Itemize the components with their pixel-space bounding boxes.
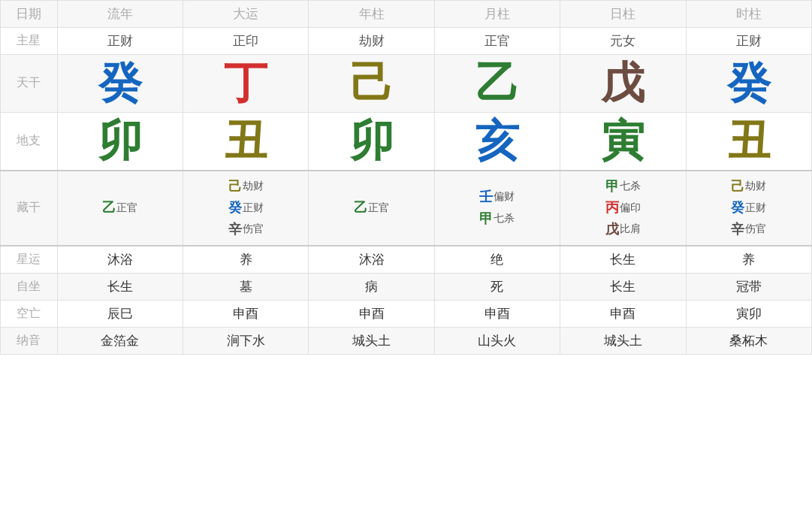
nayin-nianzhu: 城头土 [309,327,434,354]
cg-label: 正官 [368,200,389,216]
kongwang-liuyear: 辰巳 [57,300,183,327]
cg-label: 偏财 [494,189,515,205]
cg-char: 辛 [731,219,744,240]
kongwang-rizhu: 申酉 [560,300,686,327]
cg-label: 伤官 [745,221,766,237]
canggan-label: 藏干 [1,171,58,246]
canggan-rizhu: 甲 七杀 丙 偏印 戊 比肩 [560,171,686,246]
cg-char: 壬 [479,186,493,208]
cg-label: 劫财 [745,178,766,195]
canggan-row: 藏干 乙 正官 己 劫财 癸 正财 辛 伤官 乙 [1,171,812,246]
header-nianzhu: 年柱 [309,1,434,28]
header-rizhu: 日柱 [560,1,686,28]
kongwang-yuezhu: 申酉 [434,300,560,327]
tiangan-liuyear: 癸 [57,55,183,113]
header-label: 日期 [1,1,58,28]
zhuxing-yuezhu: 正官 [434,28,560,55]
zhuxing-liuyear: 正财 [57,28,183,55]
cg-char: 癸 [228,197,242,219]
dizhi-dayun: 丑 [183,112,308,170]
zizuo-shizhu: 冠带 [686,273,811,300]
kongwang-dayun: 申酉 [183,300,308,327]
cg-char: 戊 [605,219,619,240]
zhuxing-rizhu: 元女 [560,28,686,55]
nayin-liuyear: 金箔金 [57,327,183,354]
xingyun-liuyear: 沐浴 [57,246,183,274]
zizuo-dayun: 墓 [183,273,308,300]
cg-char: 甲 [605,176,619,198]
cg-char: 乙 [354,197,367,219]
cg-char: 己 [228,176,242,198]
tiangan-nianzhu: 己 [309,55,434,113]
zhuxing-row: 主星 正财 正印 劫财 正官 元女 正财 [1,28,812,55]
dizhi-rizhu: 寅 [560,112,686,170]
kongwang-shizhu: 寅卯 [686,300,811,327]
tiangan-yuezhu: 乙 [434,55,560,113]
dizhi-row: 地支 卯 丑 卯 亥 寅 丑 [1,112,812,170]
header-shizhu: 时柱 [686,1,811,28]
cg-label: 正官 [116,200,137,216]
cg-label: 劫财 [243,178,264,195]
header-yuezhu: 月柱 [434,1,560,28]
nayin-row: 纳音 金箔金 涧下水 城头土 山头火 城头土 桑柘木 [1,327,812,354]
zhuxing-shizhu: 正财 [686,28,811,55]
tiangan-dayun: 丁 [183,55,308,113]
header-dayun: 大运 [183,1,308,28]
dizhi-yuezhu: 亥 [434,112,560,170]
xingyun-shizhu: 养 [686,246,811,274]
cg-char: 丙 [605,197,619,219]
tiangan-rizhu: 戊 [560,55,686,113]
canggan-liuyear: 乙 正官 [57,171,183,246]
nayin-yuezhu: 山头火 [434,327,560,354]
cg-char: 甲 [479,208,493,230]
xingyun-row: 星运 沐浴 养 沐浴 绝 长生 养 [1,246,812,274]
dizhi-nianzhu: 卯 [309,112,434,170]
dizhi-label: 地支 [1,112,58,170]
dizhi-shizhu: 丑 [686,112,811,170]
cg-label: 七杀 [494,210,515,227]
dizhi-liuyear: 卯 [57,112,183,170]
cg-label: 伤官 [243,221,264,237]
cg-label: 偏印 [620,200,641,216]
zizuo-rizhu: 长生 [560,273,686,300]
cg-label: 七杀 [620,178,641,195]
tiangan-row: 天干 癸 丁 己 乙 戊 癸 [1,55,812,113]
zhuxing-nianzhu: 劫财 [309,28,434,55]
xingyun-yuezhu: 绝 [434,246,560,274]
cg-char: 癸 [731,197,744,219]
nayin-shizhu: 桑柘木 [686,327,811,354]
xingyun-dayun: 养 [183,246,308,274]
canggan-yuezhu: 壬 偏财 甲 七杀 [434,171,560,246]
kongwang-label: 空亡 [1,300,58,327]
cg-label: 正财 [745,200,766,216]
xingyun-label: 星运 [1,246,58,274]
cg-label: 比肩 [620,221,641,237]
cg-label: 正财 [243,200,264,216]
cg-char: 己 [731,176,744,198]
cg-char: 乙 [102,197,116,219]
zizuo-nianzhu: 病 [309,273,434,300]
zhuxing-dayun: 正印 [183,28,308,55]
zizuo-label: 自坐 [1,273,58,300]
kongwang-nianzhu: 申酉 [309,300,434,327]
nayin-dayun: 涧下水 [183,327,308,354]
canggan-dayun: 己 劫财 癸 正财 辛 伤官 [183,171,308,246]
header-row: 日期 流年 大运 年柱 月柱 日柱 时柱 [1,1,812,28]
bazi-table: 日期 流年 大运 年柱 月柱 日柱 时柱 主星 正财 正印 劫财 正官 元女 正… [0,0,812,355]
xingyun-rizhu: 长生 [560,246,686,274]
zizuo-liuyear: 长生 [57,273,183,300]
tiangan-shizhu: 癸 [686,55,811,113]
zizuo-row: 自坐 长生 墓 病 死 长生 冠带 [1,273,812,300]
cg-char: 辛 [228,219,242,240]
nayin-label: 纳音 [1,327,58,354]
tiangan-label: 天干 [1,55,58,113]
nayin-rizhu: 城头土 [560,327,686,354]
kongwang-row: 空亡 辰巳 申酉 申酉 申酉 申酉 寅卯 [1,300,812,327]
canggan-shizhu: 己 劫财 癸 正财 辛 伤官 [686,171,811,246]
zhuxing-label: 主星 [1,28,58,55]
canggan-nianzhu: 乙 正官 [309,171,434,246]
zizuo-yuezhu: 死 [434,273,560,300]
header-liuyear: 流年 [57,1,183,28]
xingyun-nianzhu: 沐浴 [309,246,434,274]
